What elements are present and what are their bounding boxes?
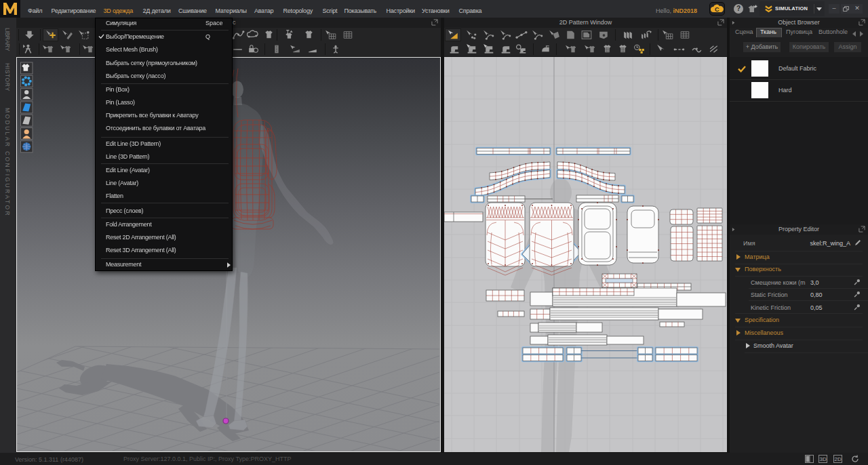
svg-text:3D: 3D (820, 456, 827, 462)
svg-text:C: C (715, 6, 719, 13)
svg-text:2D: 2D (835, 456, 842, 462)
